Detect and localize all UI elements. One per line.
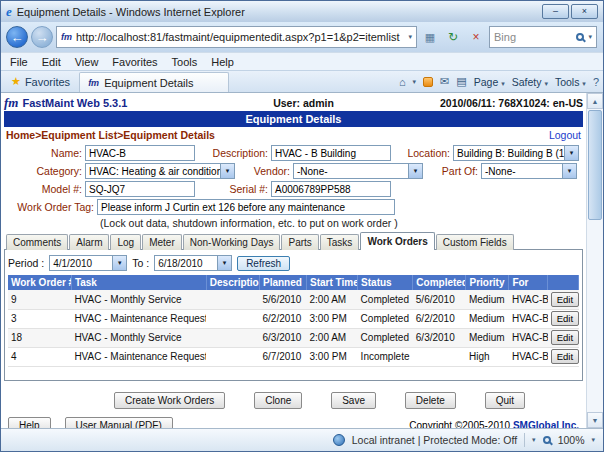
cell-work-order: 3 [8, 309, 71, 328]
menu-item-view[interactable]: View [68, 56, 106, 68]
clone-button[interactable]: Clone [254, 392, 302, 409]
location-dropdown-icon[interactable]: ▾ [564, 146, 578, 160]
save-button[interactable]: Save [331, 392, 376, 409]
scroll-thumb[interactable] [588, 110, 602, 220]
tab-meter[interactable]: Meter [142, 234, 182, 250]
help-button[interactable]: ? [593, 76, 599, 88]
home-dropdown-icon[interactable]: ▾ [413, 78, 417, 86]
page-refresh-button[interactable]: ↻ [443, 27, 463, 47]
delete-button[interactable]: Delete [405, 392, 456, 409]
menu-item-edit[interactable]: Edit [35, 56, 68, 68]
period-from-combo[interactable]: 4/1/2010 ▾ [49, 255, 127, 271]
zoom-magnifier-icon[interactable] [543, 436, 551, 444]
scroll-up-button[interactable]: ▲ [587, 93, 603, 109]
read-mail-button[interactable]: ✉ [440, 75, 449, 88]
period-to-combo[interactable]: 6/18/2010 ▾ [154, 255, 232, 271]
tab-tasks[interactable]: Tasks [320, 234, 360, 250]
tab-parts[interactable]: Parts [281, 234, 318, 250]
page-menu-label: Page [474, 76, 499, 88]
search-magnifier-icon[interactable] [576, 33, 584, 41]
partof-dropdown-icon[interactable]: ▾ [562, 164, 576, 178]
tools-menu[interactable]: Tools ▾ [555, 76, 586, 88]
safety-menu[interactable]: Safety ▾ [512, 76, 548, 88]
back-button[interactable]: ← [6, 26, 28, 48]
menubar: File Edit View Favorites Tools Help [1, 52, 603, 70]
location-select[interactable]: Building B: Building B (120 Minton) ▾ [453, 145, 579, 161]
edit-button[interactable]: Edit [551, 292, 579, 307]
edit-button[interactable]: Edit [551, 311, 579, 326]
help-page-button[interactable]: Help [8, 417, 51, 428]
tab-log[interactable]: Log [110, 234, 141, 250]
address-bar[interactable]: fm http://localhost:81/fastmaint/equipme… [56, 26, 417, 48]
browser-tab[interactable]: fm Equipment Details [79, 72, 229, 92]
logout-link[interactable]: Logout [549, 129, 581, 141]
vendor-dropdown-icon[interactable]: ▾ [408, 164, 422, 178]
description-input[interactable]: HVAC - B Building [271, 145, 391, 161]
minimize-button[interactable]: – [542, 4, 569, 19]
period-from-dropdown-icon[interactable]: ▾ [112, 256, 126, 270]
serial-input[interactable]: A0006789PP588 [271, 181, 391, 197]
crumb-equipment-details[interactable]: Equipment Details [123, 129, 215, 141]
table-row: 9 HVAC - Monthly Service 5/6/2010 2:00 A… [8, 290, 579, 309]
cell-priority: Medium [466, 328, 509, 347]
table-row: 18 HVAC - Monthly Service 6/3/2010 2:00 … [8, 328, 579, 347]
tab-non-working-days[interactable]: Non-Working Days [183, 234, 281, 250]
print-button[interactable]: ▤ [456, 75, 466, 88]
work-order-tag-input[interactable]: Please inform J Curtin ext 126 before an… [97, 199, 395, 215]
crumb-equipment-list[interactable]: Equipment List [41, 129, 117, 141]
period-to-dropdown-icon[interactable]: ▾ [217, 256, 231, 270]
zoom-level[interactable]: 100% [558, 434, 585, 446]
menu-item-help[interactable]: Help [204, 56, 241, 68]
copyright: Copyright ©2005-2010 SMGlobal Inc. [409, 420, 579, 428]
breadcrumb-row: Home > Equipment List > Equipment Detail… [4, 127, 583, 142]
browser-window: e Equipment Details - Windows Internet E… [0, 0, 604, 452]
edit-button[interactable]: Edit [551, 349, 579, 364]
menu-item-favorites[interactable]: Favorites [105, 56, 164, 68]
vertical-scrollbar[interactable]: ▲ ▼ [586, 93, 603, 428]
favorites-button[interactable]: ★ Favorites [5, 73, 76, 92]
titlebar: e Equipment Details - Windows Internet E… [1, 1, 603, 22]
scroll-down-button[interactable]: ▼ [587, 412, 603, 428]
scroll-track[interactable] [587, 221, 603, 412]
quit-button[interactable]: Quit [485, 392, 525, 409]
zoom-menu-icon[interactable]: ▾ [532, 436, 536, 444]
crumb-home[interactable]: Home [6, 129, 35, 141]
search-dropdown-icon[interactable]: ▾ [588, 33, 592, 41]
tab-alarm[interactable]: Alarm [69, 234, 109, 250]
feed-icon[interactable] [423, 77, 433, 87]
model-input[interactable]: SQ-JQ7 [85, 181, 195, 197]
page-menu-dropdown-icon: ▾ [501, 80, 505, 87]
category-dropdown-icon[interactable]: ▾ [220, 164, 234, 178]
address-dropdown-icon[interactable]: ▾ [408, 33, 412, 41]
zoom-dropdown-icon[interactable]: ▾ [591, 436, 595, 444]
col-work-order: Work Order # [8, 275, 71, 290]
home-button[interactable]: ⌂ [399, 76, 406, 88]
edit-button[interactable]: Edit [551, 330, 579, 345]
cell-task: HVAC - Monthly Service [71, 290, 206, 309]
category-label: Category: [4, 165, 82, 177]
menu-item-tools[interactable]: Tools [165, 56, 205, 68]
search-box[interactable]: Bing ▾ [489, 26, 597, 48]
stop-button[interactable]: × [466, 27, 486, 47]
close-button[interactable]: × [571, 4, 598, 19]
col-edit [548, 275, 579, 290]
favorites-bar: ★ Favorites fm Equipment Details ⌂ ▾ ✉ ▤… [1, 70, 603, 92]
forward-button[interactable]: → [31, 26, 53, 48]
cell-planned: 6/7/2010 [259, 347, 306, 366]
tab-custom-fields[interactable]: Custom Fields [436, 234, 514, 250]
smglobal-link[interactable]: SMGlobal Inc. [513, 420, 579, 428]
compat-view-button[interactable]: ▦ [420, 27, 440, 47]
category-select[interactable]: HVAC: Heating & air conditioning ca ▾ [85, 163, 235, 179]
partof-select[interactable]: -None- ▾ [481, 163, 577, 179]
menu-item-file[interactable]: File [3, 56, 35, 68]
tab-comments[interactable]: Comments [6, 234, 68, 250]
create-work-orders-button[interactable]: Create Work Orders [114, 392, 225, 409]
tab-work-orders[interactable]: Work Orders [360, 232, 434, 250]
work-order-tag-label: Work Order Tag: [4, 201, 94, 213]
name-input[interactable]: HVAC-B [85, 145, 195, 161]
user-manual-button[interactable]: User Manual (PDF) [65, 417, 173, 428]
page-viewport: fm FastMaint Web 5.3.1 User: admin 2010/… [1, 92, 603, 428]
vendor-select[interactable]: -None- ▾ [293, 163, 423, 179]
page-menu[interactable]: Page ▾ [474, 76, 505, 88]
refresh-work-orders-button[interactable]: Refresh [237, 256, 290, 271]
